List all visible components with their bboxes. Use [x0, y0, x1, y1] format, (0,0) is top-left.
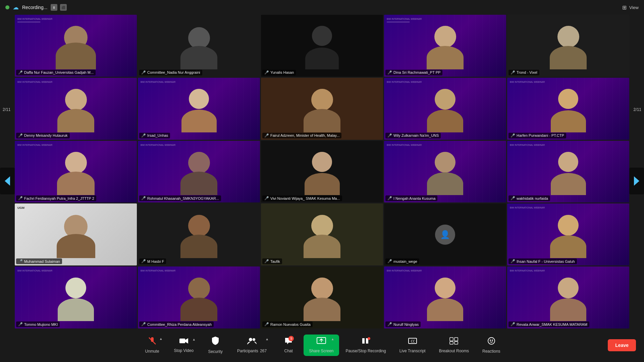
- chat-button[interactable]: 9 Chat: [273, 335, 304, 356]
- unmute-button[interactable]: Unmute ▲: [137, 334, 167, 356]
- participant-label-25: 🎤 Revata Anwar_SMAK KESUMA MATARAM: [508, 321, 589, 327]
- pause-icon: [362, 337, 370, 347]
- mic-muted-icon: 🎤: [18, 259, 23, 263]
- svg-rect-14: [450, 342, 453, 344]
- mic-muted-icon: 🎤: [387, 133, 392, 138]
- participant-label-20: 🎤 Ihsan Naufal F - Universistas Galuh: [508, 258, 577, 264]
- stop-video-button[interactable]: Stop Video ▲: [167, 335, 201, 356]
- share-screen-button[interactable]: Share Screen ▲: [304, 335, 339, 356]
- leave-button[interactable]: Leave: [608, 339, 636, 351]
- view-button[interactable]: View: [629, 5, 639, 10]
- breakout-rooms-button[interactable]: Breakout Rooms: [432, 335, 476, 356]
- participant-label-2: 🎤 Committee_Nadia Nur Anggraini: [139, 70, 202, 75]
- participant-label-22: 🎤 Committee_Rhiza Perdana Aldeansyah: [139, 321, 214, 327]
- video-cell-12: BIM INTERNATIONAL WEBINAR 🎤 Rohmatul Kha…: [138, 141, 260, 203]
- svg-point-18: [492, 340, 493, 341]
- unmute-label: Unmute: [145, 349, 159, 354]
- security-button[interactable]: Security: [200, 334, 230, 357]
- mic-muted-icon: 🎤: [387, 196, 392, 200]
- video-cell-4: BIM INTERNATIONAL WEBINAR━━━━━━━━━━━━━━━…: [384, 15, 506, 77]
- page-indicator-right: 2/11: [634, 107, 641, 275]
- video-cell-6: BIM INTERNATIONAL WEBINAR 🎤 Denny Meisan…: [15, 78, 137, 140]
- video-cell-17: 🎤 M Hasbi F: [138, 203, 260, 265]
- mic-muted-icon: 🎤: [18, 133, 23, 138]
- page-indicator-left: 2/11: [3, 107, 10, 275]
- stop-video-label: Stop Video: [174, 348, 194, 353]
- mic-muted-icon: 🎤: [264, 259, 269, 263]
- recording-controls[interactable]: ⏸ ⬛: [51, 4, 67, 11]
- video-cell-14: BIM INTERNATIONAL WEBINAR 🎤 I Nengah Ana…: [384, 141, 506, 203]
- participant-label-11: 🎤 Fachri Ferdiansyah Putra_Infra 2_JTTTP…: [16, 195, 96, 201]
- avatar-placeholder: 👤: [435, 225, 455, 245]
- participant-label-5: 🎤 Trond - Vixel: [508, 70, 539, 75]
- video-cell-2: 🎤 Committee_Nadia Nur Anggraini: [138, 15, 260, 77]
- participant-label-19: 🎤 mustain_wege: [385, 258, 419, 264]
- video-icon: [179, 338, 188, 346]
- participant-label-10: 🎤 Harfen Purwandani - PT.CTP: [508, 133, 566, 138]
- video-arrow[interactable]: ▲: [192, 338, 196, 341]
- pause-recording-btn[interactable]: ⏸: [51, 4, 57, 11]
- svg-text:CC: CC: [411, 340, 415, 343]
- mic-muted-icon: 🎤: [387, 70, 392, 75]
- participant-label-21: 🎤 Tommo Mujiono MKI: [16, 321, 60, 327]
- mic-muted-icon: 🎤: [511, 196, 515, 200]
- reactions-button[interactable]: Reactions: [476, 334, 507, 356]
- toolbar: Unmute ▲ Stop Video ▲ Security: [0, 328, 644, 362]
- video-cell-10: BIM INTERNATIONAL WEBINAR 🎤 Harfen Purwa…: [507, 78, 629, 140]
- mic-muted-icon: 🎤: [511, 70, 515, 75]
- svg-rect-13: [454, 338, 458, 341]
- mic-muted-icon: 🎤: [141, 133, 146, 138]
- stop-recording-btn[interactable]: ⬛: [60, 4, 67, 11]
- breakout-rooms-label: Breakout Rooms: [439, 349, 469, 353]
- participant-label-23: 🎤 Ramon Nuevalos Guaita: [262, 321, 313, 327]
- mic-muted-icon: 🎤: [387, 259, 392, 263]
- top-bar: ☁ Recording... ⏸ ⬛ ⊞ View: [0, 0, 644, 15]
- recording-status-dot: [5, 5, 9, 9]
- participant-label-9: 🎤 Wily Zulkarnain Na'im_UNS: [385, 133, 441, 138]
- video-cell-16: UGM 🎤 Muhammad Sulaiman: [15, 203, 137, 265]
- svg-point-5: [253, 338, 255, 341]
- video-cell-1: BIM INTERNATIONAL WEBINAR━━━━━━━━━━━━━━━…: [15, 15, 137, 77]
- participant-label-16: 🎤 Muhammad Sulaiman: [16, 258, 62, 264]
- live-transcript-label: Live Transcript: [399, 349, 426, 353]
- participant-label-4: 🎤 Dina Sri Rachmawati_PT PP: [385, 70, 442, 75]
- participants-icon: [247, 337, 257, 347]
- mic-muted-icon: 🎤: [511, 133, 515, 138]
- mic-muted-icon: 🎤: [264, 70, 269, 75]
- reactions-icon: [487, 337, 495, 347]
- participant-label-24: 🎤 Nurulf Ningtyas: [385, 321, 421, 327]
- mic-muted-icon: 🎤: [18, 70, 23, 75]
- top-bar-right: ⊞ View: [622, 4, 639, 11]
- mic-muted-icon: 🎤: [264, 322, 269, 326]
- svg-rect-7: [362, 338, 365, 344]
- participant-label-17: 🎤 M Hasbi F: [139, 258, 166, 264]
- video-cell-24: BIM INTERNATIONAL WEBINAR 🎤 Nurulf Ningt…: [384, 266, 506, 328]
- share-screen-label: Share Screen: [309, 349, 333, 353]
- participant-label-15: 🎤 wakhidatik nurfaida: [508, 195, 550, 201]
- svg-rect-2: [179, 339, 185, 343]
- unmute-arrow[interactable]: ▲: [159, 337, 163, 341]
- live-transcript-button[interactable]: CC Live Transcript: [393, 335, 432, 356]
- mic-muted-icon: 🎤: [511, 322, 515, 326]
- video-cell-13: 🎤 Vivi Novianti Wijaya_ SMAK Kesuma Ma..…: [261, 141, 383, 203]
- share-arrow[interactable]: ▲: [331, 337, 334, 341]
- mic-muted-icon: 🎤: [264, 133, 269, 138]
- svg-point-9: [368, 337, 370, 340]
- share-screen-icon: [317, 337, 326, 347]
- pause-recording-button[interactable]: Pause/Stop Recording: [339, 335, 393, 356]
- mic-muted-icon: 🎤: [18, 322, 23, 326]
- video-cell-9: BIM INTERNATIONAL WEBINAR 🎤 Wily Zulkarn…: [384, 78, 506, 140]
- participants-arrow[interactable]: ▲: [265, 337, 269, 341]
- svg-point-17: [490, 340, 491, 341]
- mic-muted-icon: 🎤: [387, 322, 392, 326]
- video-cell-11: BIM INTERNATIONAL WEBINAR 🎤 Fachri Ferdi…: [15, 141, 137, 203]
- svg-rect-12: [450, 338, 453, 341]
- participants-button[interactable]: Participants 267 ▲: [230, 335, 273, 356]
- video-cell-22: BIM INTERNATIONAL WEBINAR 🎤 Committee_Rh…: [138, 266, 260, 328]
- svg-marker-3: [185, 338, 188, 344]
- participant-label-3: 🎤 Yunalis Hasan: [262, 70, 296, 75]
- mic-muted-icon: 🎤: [141, 322, 146, 326]
- cloud-icon: ☁: [13, 4, 19, 11]
- video-cell-25: BIM INTERNATIONAL WEBINAR 🎤 Revata Anwar…: [507, 266, 629, 328]
- video-cell-3: 🎤 Yunalis Hasan: [261, 15, 383, 77]
